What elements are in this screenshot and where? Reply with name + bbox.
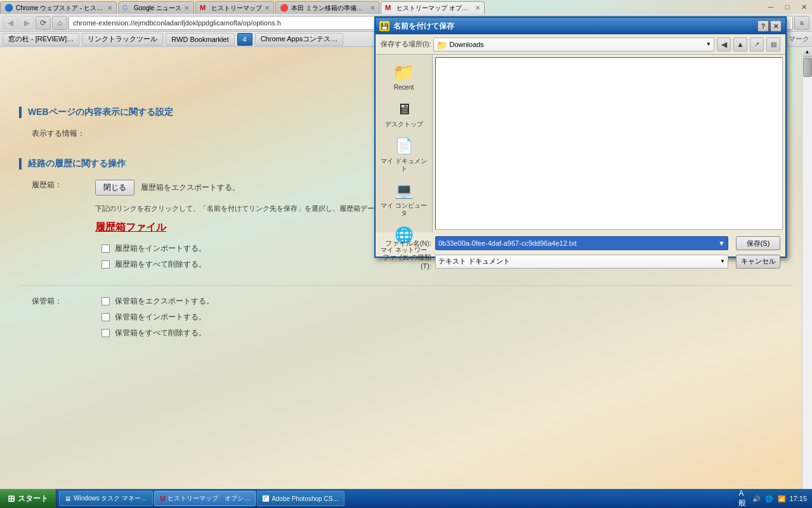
dialog-help-button[interactable]: ? bbox=[757, 20, 769, 32]
tab-close-3[interactable]: ✕ bbox=[265, 4, 270, 11]
tabs-area: 🔵 Chrome ウェブストア - ヒスト… ✕ G Google ニュース ✕… bbox=[0, 0, 761, 14]
tab-history-map[interactable]: M ヒストリーマップ ✕ bbox=[195, 1, 274, 14]
tab-close-4[interactable]: ✕ bbox=[370, 4, 375, 11]
storage-controls: 保管箱をエクスポートする。 保管箱をインポートする。 保管箱をすべて削除する。 bbox=[95, 296, 793, 344]
filetype-label: ファイルの種類(T): bbox=[381, 253, 431, 270]
bookmark-2[interactable]: リンクトラックツール bbox=[82, 33, 163, 46]
place-recent[interactable]: 📁 Recent bbox=[379, 60, 429, 94]
home-button[interactable]: ⌂ bbox=[52, 16, 67, 30]
bookmark-5[interactable]: Chrome Appsコンテス… bbox=[255, 33, 344, 46]
place-my-computer-label: マイ コンピュータ bbox=[380, 202, 428, 217]
storage-label: 保管箱： bbox=[32, 296, 95, 307]
place-desktop[interactable]: 🖥 デスクトップ bbox=[379, 97, 429, 131]
dropdown-arrow-icon: ▼ bbox=[706, 41, 711, 47]
filetype-select[interactable]: テキスト ドキュメント ▼ bbox=[435, 255, 728, 269]
filename-row: ファイル名(N): 0b33e00a-0fee-4daf-a967-cc9dd9… bbox=[381, 236, 780, 250]
storage-import-checkbox[interactable] bbox=[102, 313, 110, 321]
save-dialog: 💾 名前を付けて保存 ? ✕ 保存する場所(I): 📁 Downloads ▼ … bbox=[374, 17, 787, 258]
bookmark-label-3: RWD Bookmarklet bbox=[171, 36, 228, 43]
wrench-button[interactable]: ≡ bbox=[794, 16, 809, 30]
taskbar-item-icon-1: 🖥 bbox=[65, 495, 71, 502]
start-label: スタート bbox=[18, 493, 48, 504]
storage-delete-all-label: 保管箱をすべて削除する。 bbox=[115, 328, 206, 338]
bookmark-label-4: 4 bbox=[243, 36, 247, 43]
save-location-label: 保存する場所(I): bbox=[381, 39, 431, 49]
recent-icon: 📁 bbox=[393, 62, 416, 83]
delete-all-checkbox[interactable] bbox=[102, 260, 110, 269]
storage-delete-all-row: 保管箱をすべて削除する。 bbox=[95, 328, 793, 338]
windows-logo: ⊞ bbox=[8, 493, 15, 504]
taskbar-item-label-3: Adobe Photoshop CS… bbox=[272, 495, 339, 502]
tab-close-5[interactable]: ✕ bbox=[475, 4, 480, 11]
system-clock: 17:15 bbox=[789, 494, 807, 503]
filetype-value: テキスト ドキュメント bbox=[438, 257, 510, 266]
tab-label-3: ヒストリーマップ bbox=[211, 4, 262, 13]
place-my-docs[interactable]: 📄 マイ ドキュメント bbox=[379, 133, 429, 175]
tab-icon-3: M bbox=[200, 4, 209, 13]
place-my-computer[interactable]: 💻 マイ コンピュータ bbox=[379, 178, 429, 220]
forward-button[interactable]: ▶ bbox=[19, 16, 34, 30]
taskbar-item-3[interactable]: 🅿 Adobe Photoshop CS… bbox=[257, 491, 344, 506]
nav-back-btn[interactable]: ◀ bbox=[717, 37, 731, 51]
system-tray: A般 🔊 🌐 📶 17:15 bbox=[733, 489, 812, 508]
taskbar-item-label-1: Windows タスク マネー… bbox=[74, 494, 147, 503]
taskbar-item-icon-3: 🅿 bbox=[263, 495, 269, 502]
view-btn[interactable]: ▤ bbox=[766, 37, 780, 51]
filename-input[interactable]: 0b33e00a-0fee-4daf-a967-cc9dd96a4e12.txt… bbox=[435, 236, 728, 250]
start-button[interactable]: ⊞ スタート bbox=[0, 489, 56, 508]
dialog-close-button[interactable]: ✕ bbox=[770, 20, 782, 32]
dialog-title-text: 名前を付けて保存 bbox=[393, 21, 757, 32]
close-button-export[interactable]: 閉じる bbox=[95, 180, 134, 196]
back-button[interactable]: ◀ bbox=[3, 16, 18, 30]
tray-icon-1: A般 bbox=[738, 493, 749, 504]
tab-close-1[interactable]: ✕ bbox=[107, 4, 112, 11]
tab-honda[interactable]: 🔴 本田 ミラン移籍の準備着手… ✕ bbox=[275, 1, 379, 14]
minimize-button[interactable]: ─ bbox=[763, 0, 779, 14]
filetype-row: ファイルの種類(T): テキスト ドキュメント ▼ キャンセル bbox=[381, 253, 780, 270]
tab-label-1: Chrome ウェブストア - ヒスト… bbox=[16, 4, 105, 13]
address-text: chrome-extension://ejmdbconladanfjdoklpp… bbox=[73, 19, 281, 27]
storage-delete-all-checkbox[interactable] bbox=[102, 329, 110, 337]
tab-icon-5: M bbox=[385, 4, 394, 13]
tab-google-news[interactable]: G Google ニュース ✕ bbox=[118, 1, 194, 14]
filename-dropdown-arrow: ▼ bbox=[718, 239, 725, 247]
scrollbar-right[interactable]: ▲ ▼ bbox=[802, 47, 812, 508]
cancel-button[interactable]: キャンセル bbox=[736, 255, 780, 269]
location-dropdown[interactable]: 📁 Downloads ▼ bbox=[433, 37, 714, 51]
scroll-up-button[interactable]: ▲ bbox=[803, 47, 812, 57]
storage-export-label: 保管箱をエクスポートする。 bbox=[115, 296, 214, 307]
window-controls: ─ □ ✕ bbox=[763, 0, 812, 14]
tab-chrome-store[interactable]: 🔵 Chrome ウェブストア - ヒスト… ✕ bbox=[0, 1, 117, 14]
maximize-button[interactable]: □ bbox=[779, 0, 796, 14]
taskbar-item-1[interactable]: 🖥 Windows タスク マネー… bbox=[59, 491, 153, 506]
tab-options[interactable]: M ヒストリーマップ オプション ✕ bbox=[381, 1, 485, 14]
place-desktop-label: デスクトップ bbox=[385, 121, 423, 128]
taskbar-item-2[interactable]: M ヒストリーマップ オプシ… bbox=[154, 491, 256, 506]
tab-icon-4: 🔴 bbox=[280, 4, 289, 13]
taskbar-item-label-2: ヒストリーマップ オプシ… bbox=[167, 494, 250, 503]
storage-import-label: 保管箱をインポートする。 bbox=[115, 312, 206, 323]
storage-export-checkbox[interactable] bbox=[102, 297, 110, 305]
place-recent-label: Recent bbox=[394, 84, 414, 91]
nav-web-btn[interactable]: ↗ bbox=[750, 37, 764, 51]
dialog-footer: ファイル名(N): 0b33e00a-0fee-4daf-a967-cc9dd9… bbox=[376, 232, 785, 276]
place-my-docs-label: マイ ドキュメント bbox=[380, 157, 428, 173]
scroll-thumb[interactable] bbox=[803, 58, 812, 77]
bookmark-4[interactable]: 4 bbox=[237, 33, 252, 46]
my-docs-icon: 📄 bbox=[393, 136, 416, 156]
reload-button[interactable]: ⟳ bbox=[36, 16, 51, 30]
file-area[interactable] bbox=[435, 57, 783, 230]
desktop-icon: 🖥 bbox=[393, 99, 416, 119]
storage-import-row: 保管箱をインポートする。 bbox=[95, 312, 793, 323]
save-button[interactable]: 保存(S) bbox=[736, 236, 780, 250]
import-checkbox[interactable] bbox=[102, 244, 110, 253]
my-computer-icon: 💻 bbox=[393, 180, 416, 201]
bookmark-3[interactable]: RWD Bookmarklet bbox=[166, 33, 234, 46]
bookmark-1[interactable]: 窓の杜 - [REVIEW]… bbox=[3, 33, 79, 46]
tray-icon-4: 📶 bbox=[776, 493, 787, 504]
dialog-body: 📁 Recent 🖥 デスクトップ 📄 マイ ドキュメント 💻 マイ コンピュー… bbox=[376, 55, 785, 232]
close-button[interactable]: ✕ bbox=[796, 0, 812, 14]
taskbar-items: 🖥 Windows タスク マネー… M ヒストリーマップ オプシ… 🅿 Ado… bbox=[56, 490, 733, 507]
nav-up-btn[interactable]: ▲ bbox=[733, 37, 747, 51]
tab-close-2[interactable]: ✕ bbox=[184, 4, 189, 11]
